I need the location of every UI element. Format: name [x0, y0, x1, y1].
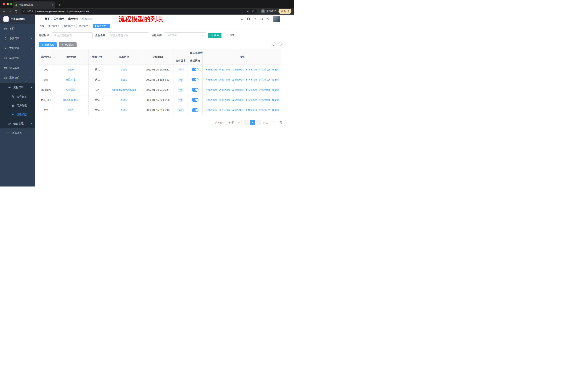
active-status-toggle[interactable] — [192, 88, 199, 92]
sidebar-item-process-form[interactable]: 流程表单 — [0, 92, 35, 101]
help-icon[interactable] — [253, 17, 257, 20]
close-window-button[interactable] — [3, 3, 5, 5]
fullscreen-icon[interactable] — [260, 17, 263, 20]
definition-action-link[interactable]: 流程定义 — [259, 98, 270, 101]
form-info-link[interactable]: biubiu — [120, 109, 127, 111]
process-name-input[interactable] — [108, 32, 149, 38]
address-bar[interactable]: 不安全 dashboard.yudao.iocoder.cn/bpm/manag… — [21, 9, 257, 14]
modify-action-link[interactable]: 修改流程 — [205, 88, 217, 91]
definition-action-link[interactable]: 流程定义 — [259, 88, 270, 91]
process-name-link[interactable]: 滔博 — [68, 108, 74, 112]
sidebar-item-infra[interactable]: 基础设施 — [0, 53, 35, 63]
modify-action-link[interactable]: 修改流程 — [205, 68, 217, 71]
definition-action-link[interactable]: 流程定义 — [259, 78, 270, 81]
delete-action-link[interactable]: 删除 — [272, 68, 279, 71]
process-name-link[interactable]: 自己审批 — [66, 78, 76, 81]
tag-tenant[interactable]: 租户管理× — [47, 24, 61, 28]
delete-action-link[interactable]: 删除 — [272, 78, 279, 81]
tag-my-process[interactable]: 我的流程× — [62, 24, 77, 28]
sidebar-item-process-manage[interactable]: 流程管理 — [0, 83, 35, 92]
sidebar-item-payment[interactable]: ¥支付管理 — [0, 43, 35, 53]
sidebar-item-user-group[interactable]: 用户分组 — [0, 101, 35, 110]
tag-close-icon[interactable]: × — [107, 25, 108, 27]
header-search-icon[interactable] — [241, 17, 244, 20]
sidebar-item-process-model[interactable]: 流程模型 — [0, 110, 35, 119]
process-id-input[interactable] — [52, 32, 93, 38]
design-action-link[interactable]: 设计流程 — [219, 68, 230, 71]
back-button[interactable] — [2, 9, 7, 14]
delete-action-link[interactable]: 删除 — [272, 109, 279, 112]
reload-button[interactable] — [13, 9, 19, 14]
publish-action-link[interactable]: 发布流程 — [245, 98, 257, 101]
assign-action-link[interactable]: 分配规则 — [232, 109, 243, 112]
assign-action-link[interactable]: 分配规则 — [232, 78, 243, 81]
create-process-button[interactable]: 新建流程 — [39, 42, 57, 47]
publish-action-link[interactable]: 发布流程 — [245, 78, 257, 81]
tag-process-model[interactable]: 流程模型× — [93, 24, 110, 28]
breadcrumb-item[interactable]: 流程管理 — [68, 17, 78, 20]
browser-update-button[interactable]: 更新 — [279, 9, 292, 14]
publish-action-link[interactable]: 发布流程 — [245, 109, 257, 112]
assign-action-link[interactable]: 分配规则 — [232, 98, 243, 101]
app-logo[interactable]: 芋道管理系统 — [0, 15, 35, 24]
sidebar-item-devtools[interactable]: 研发工具 — [0, 63, 35, 73]
assign-action-link[interactable]: 分配规则 — [232, 88, 243, 91]
search-button[interactable]: 搜索 — [208, 33, 221, 38]
design-action-link[interactable]: 设计流程 — [219, 109, 230, 112]
password-manager-icon[interactable] — [247, 10, 250, 13]
next-page-button[interactable] — [256, 120, 261, 125]
prev-page-button[interactable] — [244, 120, 249, 125]
goto-page-input[interactable] — [270, 120, 277, 125]
minimize-window-button[interactable] — [7, 3, 9, 5]
forward-button[interactable] — [8, 9, 13, 14]
process-name-link[interactable]: eeee — [68, 68, 74, 71]
tag-process-form[interactable]: 流程表单× — [78, 24, 92, 28]
sidebar-toggle-button[interactable] — [38, 17, 42, 21]
design-action-link[interactable]: 设计流程 — [219, 78, 230, 81]
active-status-toggle[interactable] — [192, 98, 199, 102]
zoom-window-button[interactable] — [10, 3, 12, 5]
browser-menu-icon[interactable] — [287, 10, 290, 13]
form-info-link[interactable]: biubiu — [120, 99, 127, 101]
design-action-link[interactable]: 设计流程 — [219, 98, 230, 101]
user-avatar[interactable] — [273, 16, 280, 22]
tag-close-icon[interactable]: × — [58, 25, 60, 27]
publish-action-link[interactable]: 发布流程 — [245, 68, 257, 71]
form-info-link[interactable]: /bpm/oa/leave/create — [112, 88, 136, 91]
publish-action-link[interactable]: 发布流程 — [245, 88, 257, 91]
font-size-icon[interactable]: TT — [266, 17, 269, 20]
bookmark-star-icon[interactable] — [252, 10, 255, 13]
modify-action-link[interactable]: 修改流程 — [205, 109, 217, 112]
breadcrumb-item[interactable]: 首页 — [45, 17, 50, 20]
page-number-button[interactable]: 1 — [250, 120, 255, 125]
github-icon[interactable] — [247, 17, 250, 20]
definition-action-link[interactable]: 流程定义 — [259, 68, 270, 71]
tag-close-icon[interactable]: × — [89, 25, 90, 27]
active-status-toggle[interactable] — [192, 78, 199, 81]
modify-action-link[interactable]: 修改流程 — [205, 78, 217, 81]
active-status-toggle[interactable] — [192, 108, 199, 112]
assign-action-link[interactable]: 分配规则 — [232, 68, 243, 71]
active-status-toggle[interactable] — [192, 68, 199, 71]
delete-action-link[interactable]: 删除 — [272, 88, 279, 91]
form-info-link[interactable]: biubiu — [120, 68, 127, 71]
page-size-select[interactable]: 10条/页 — [225, 120, 242, 125]
breadcrumb-item[interactable]: 工作流程 — [54, 17, 64, 20]
delete-action-link[interactable]: 删除 — [272, 98, 279, 101]
definition-action-link[interactable]: 流程定义 — [259, 109, 270, 112]
toggle-search-button[interactable] — [271, 42, 276, 47]
reset-button[interactable]: 重置 — [224, 33, 237, 38]
refresh-table-button[interactable] — [278, 42, 283, 47]
tag-close-icon[interactable]: × — [74, 25, 75, 27]
sidebar-item-system[interactable]: 系统管理 — [0, 33, 35, 43]
sidebar-item-leave-query[interactable]: 请假查询 — [0, 128, 35, 138]
design-action-link[interactable]: 设计流程 — [219, 88, 230, 91]
form-info-link[interactable]: biubiu — [120, 78, 127, 81]
process-name-link[interactable]: OA 请假 — [66, 88, 75, 91]
tab-close-icon[interactable]: × — [52, 3, 53, 6]
tag-home[interactable]: 首页 — [38, 24, 46, 28]
modify-action-link[interactable]: 修改流程 — [205, 98, 217, 101]
sidebar-item-task-manage[interactable]: 任务管理 — [0, 119, 35, 128]
process-name-link[interactable]: 测试多审批人 — [63, 98, 79, 102]
browser-tab[interactable]: 芋道管理系统 × — [13, 1, 55, 8]
